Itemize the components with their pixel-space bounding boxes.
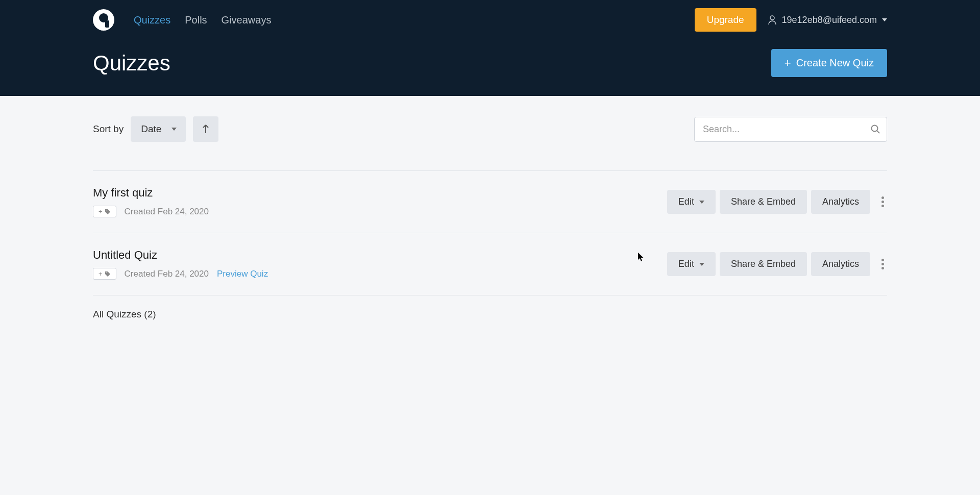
edit-label: Edit <box>678 196 694 207</box>
user-menu[interactable]: 19e12eb8@uifeed.com <box>768 15 887 26</box>
quiz-date: Created Feb 24, 2020 <box>125 269 209 279</box>
chevron-down-icon <box>882 18 887 21</box>
quiz-info: Untitled Quiz + Created Feb 24, 2020 Pre… <box>93 249 268 280</box>
edit-label: Edit <box>678 259 694 269</box>
chevron-down-icon <box>699 263 704 266</box>
page-header: Quizzes + Create New Quiz <box>93 40 887 77</box>
preview-quiz-link[interactable]: Preview Quiz <box>217 269 268 279</box>
dot-icon <box>881 201 884 203</box>
share-embed-button[interactable]: Share & Embed <box>720 190 807 214</box>
share-embed-button[interactable]: Share & Embed <box>720 252 807 276</box>
dot-icon <box>881 259 884 261</box>
add-tag-button[interactable]: + <box>93 206 116 217</box>
plus-icon: + <box>785 58 791 69</box>
more-options-button[interactable] <box>878 192 887 211</box>
quiz-title[interactable]: My first quiz <box>93 186 209 200</box>
quiz-title[interactable]: Untitled Quiz <box>93 249 268 262</box>
page-title: Quizzes <box>93 51 170 76</box>
analytics-button[interactable]: Analytics <box>811 190 870 214</box>
quiz-meta: + Created Feb 24, 2020 Preview Quiz <box>93 268 268 280</box>
quiz-count: All Quizzes (2) <box>93 309 156 319</box>
sort-direction-button[interactable] <box>193 116 218 142</box>
list-footer: All Quizzes (2) <box>93 295 887 320</box>
sort-group: Sort by Date <box>93 116 218 142</box>
search-icon <box>871 125 880 134</box>
nav-giveaways[interactable]: Giveaways <box>222 14 272 26</box>
sort-dropdown[interactable]: Date <box>131 116 186 142</box>
search-box <box>694 117 887 142</box>
user-email: 19e12eb8@uifeed.com <box>782 15 877 26</box>
dot-icon <box>881 205 884 207</box>
nav-right: Upgrade 19e12eb8@uifeed.com <box>695 8 887 32</box>
quiz-actions: Edit Share & Embed Analytics <box>667 190 887 214</box>
arrow-up-icon <box>202 125 209 134</box>
svg-point-0 <box>770 16 774 20</box>
quiz-row: My first quiz + Created Feb 24, 2020 Edi… <box>93 170 887 233</box>
nav-polls[interactable]: Polls <box>185 14 207 26</box>
quiz-actions: Edit Share & Embed Analytics <box>667 252 887 276</box>
tag-icon <box>105 209 111 215</box>
dot-icon <box>881 263 884 265</box>
header-dark: Quizzes Polls Giveaways Upgrade 19e12eb8… <box>0 0 980 96</box>
quiz-row: Untitled Quiz + Created Feb 24, 2020 Pre… <box>93 233 887 295</box>
more-options-button[interactable] <box>878 255 887 274</box>
plus-text: + <box>99 270 103 278</box>
nav-left: Quizzes Polls Giveaways <box>93 9 271 31</box>
toolbar: Sort by Date <box>93 116 887 142</box>
content: Sort by Date My first quiz + <box>0 96 980 340</box>
svg-point-1 <box>872 126 878 132</box>
quiz-date: Created Feb 24, 2020 <box>125 207 209 217</box>
dot-icon <box>881 196 884 199</box>
user-icon <box>768 15 777 25</box>
quiz-info: My first quiz + Created Feb 24, 2020 <box>93 186 209 217</box>
dot-icon <box>881 267 884 269</box>
logo-icon[interactable] <box>93 9 114 31</box>
chevron-down-icon <box>699 201 704 204</box>
edit-button[interactable]: Edit <box>667 252 716 276</box>
add-tag-button[interactable]: + <box>93 268 116 280</box>
nav-bar: Quizzes Polls Giveaways Upgrade 19e12eb8… <box>93 0 887 40</box>
create-new-quiz-button[interactable]: + Create New Quiz <box>771 49 887 77</box>
edit-button[interactable]: Edit <box>667 190 716 214</box>
tag-icon <box>105 271 111 277</box>
quiz-meta: + Created Feb 24, 2020 <box>93 206 209 217</box>
nav-quizzes[interactable]: Quizzes <box>134 14 170 26</box>
upgrade-button[interactable]: Upgrade <box>695 8 756 32</box>
create-btn-label: Create New Quiz <box>796 57 874 69</box>
analytics-button[interactable]: Analytics <box>811 252 870 276</box>
search-input[interactable] <box>694 117 887 142</box>
plus-text: + <box>99 208 103 215</box>
sort-label: Sort by <box>93 123 124 135</box>
